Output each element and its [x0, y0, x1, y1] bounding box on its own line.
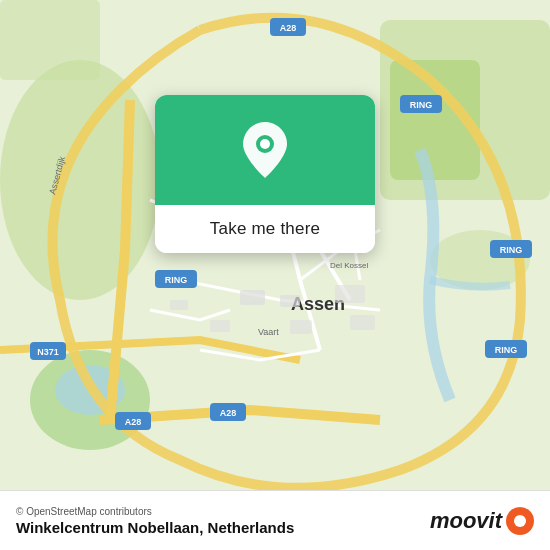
location-popup: Take me there: [155, 95, 375, 253]
svg-text:Del Kossel: Del Kossel: [330, 261, 368, 270]
moovit-brand-text: moovit: [430, 508, 502, 534]
popup-header: [155, 95, 375, 205]
svg-text:RING: RING: [410, 100, 433, 110]
location-pin-icon: [239, 120, 291, 180]
moovit-logo-dot: [506, 507, 534, 535]
location-name: Winkelcentrum Nobellaan, Netherlands: [16, 519, 294, 536]
svg-text:RING: RING: [500, 245, 523, 255]
svg-text:N371: N371: [37, 347, 59, 357]
bottom-info: © OpenStreetMap contributors Winkelcentr…: [16, 506, 294, 536]
svg-text:RING: RING: [165, 275, 188, 285]
svg-rect-32: [350, 315, 375, 330]
svg-text:Vaart: Vaart: [258, 327, 279, 337]
svg-rect-28: [240, 290, 265, 305]
svg-rect-30: [335, 285, 365, 303]
bottom-bar: © OpenStreetMap contributors Winkelcentr…: [0, 490, 550, 550]
svg-rect-33: [210, 320, 230, 332]
svg-rect-6: [0, 0, 100, 80]
map-container: RING RING RING RING N371 A28 A28 A28 Ass…: [0, 0, 550, 490]
svg-rect-31: [290, 320, 312, 334]
take-me-there-button[interactable]: Take me there: [155, 205, 375, 253]
svg-rect-29: [280, 295, 300, 307]
svg-text:A28: A28: [220, 408, 237, 418]
svg-text:A28: A28: [125, 417, 142, 427]
svg-point-1: [0, 60, 160, 300]
osm-credit: © OpenStreetMap contributors: [16, 506, 294, 517]
moovit-dot-inner: [514, 515, 526, 527]
svg-text:A28: A28: [280, 23, 297, 33]
svg-text:RING: RING: [495, 345, 518, 355]
moovit-logo: moovit: [430, 507, 534, 535]
svg-point-37: [260, 139, 270, 149]
svg-rect-34: [170, 300, 188, 310]
